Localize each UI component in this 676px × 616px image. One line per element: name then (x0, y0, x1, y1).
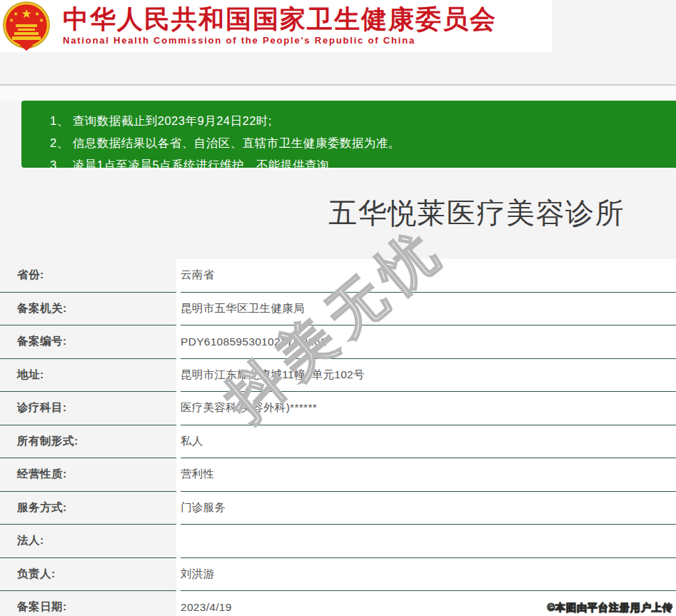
table-row: 法人: (0, 525, 676, 558)
row-label: 经营性质: (0, 458, 176, 492)
svg-text:★: ★ (9, 17, 14, 24)
table-row: 诊疗科目: 医疗美容科(美容外科)****** (0, 392, 676, 425)
table-row: 负责人: 刘洪游 (0, 558, 676, 592)
institution-name-title: 五华悦莱医疗美容诊所 (328, 197, 625, 228)
row-value: 昆明市五华区卫生健康局 (181, 293, 676, 326)
site-header: ★ ★ ★ ★ ★ 中华人民共和国国家卫生健康委员会 National Heal… (0, 0, 552, 52)
row-label: 省份: (0, 259, 176, 293)
row-label: 备案编号: (0, 325, 176, 359)
row-value: 医疗美容科(美容外科)****** (181, 392, 676, 425)
row-value: 刘洪游 (181, 558, 676, 592)
row-label: 负责人: (0, 558, 176, 592)
notice-line-3: 3、 凌晨1点至凌晨5点系统进行维护，不能提供查询。 (50, 154, 669, 176)
row-label: 诊疗科目: (0, 392, 176, 425)
site-title-cn: 中华人民共和国国家卫生健康委员会 (63, 4, 497, 34)
row-value: 昆明市江东耀龙康城11幢1单元102号 (181, 359, 676, 393)
table-row: 所有制形式: 私人 (0, 425, 676, 459)
notice-box: 1、 查询数据截止到2023年9月24日22时; 2、 信息数据结果以各省、自治… (21, 101, 676, 168)
china-national-emblem-icon: ★ ★ ★ ★ ★ (1, 1, 52, 51)
site-title-en: National Health Commission of the People… (63, 34, 497, 47)
row-label: 所有制形式: (0, 425, 176, 459)
upload-credit-watermark: ©本图由平台注册用户上传 (548, 602, 673, 615)
table-row: 备案机关: 昆明市五华区卫生健康局 (0, 293, 676, 326)
table-row: 经营性质: 营利性 (0, 458, 676, 492)
svg-text:★: ★ (21, 7, 31, 21)
row-label: 备案日期: (0, 591, 176, 616)
notice-line-2: 2、 信息数据结果以各省、自治区、直辖市卫生健康委数据为准。 (50, 132, 669, 154)
svg-text:★: ★ (39, 17, 44, 24)
row-label: 备案机关: (0, 293, 176, 326)
row-value (181, 525, 676, 558)
row-value: 门诊服务 (181, 492, 676, 525)
svg-text:★: ★ (13, 11, 18, 17)
table-row: 备案编号: PDY61085953010217D2162 (0, 325, 676, 359)
svg-text:★: ★ (34, 11, 39, 17)
records-table: 省份: 云南省 备案机关: 昆明市五华区卫生健康局 备案编号: PDY61085… (0, 259, 676, 616)
light-strip (0, 86, 676, 101)
row-label: 地址: (0, 359, 176, 393)
row-value: 云南省 (181, 259, 676, 293)
row-value: 私人 (181, 425, 676, 459)
table-row: 地址: 昆明市江东耀龙康城11幢1单元102号 (0, 359, 676, 393)
row-value: PDY61085953010217D2162 (181, 325, 676, 359)
table-row: 省份: 云南省 (0, 259, 676, 293)
row-label: 服务方式: (0, 492, 176, 525)
row-label: 法人: (0, 525, 176, 558)
row-value: 营利性 (181, 458, 676, 492)
notice-line-1: 1、 查询数据截止到2023年9月24日22时; (50, 110, 669, 132)
table-row: 服务方式: 门诊服务 (0, 492, 676, 525)
